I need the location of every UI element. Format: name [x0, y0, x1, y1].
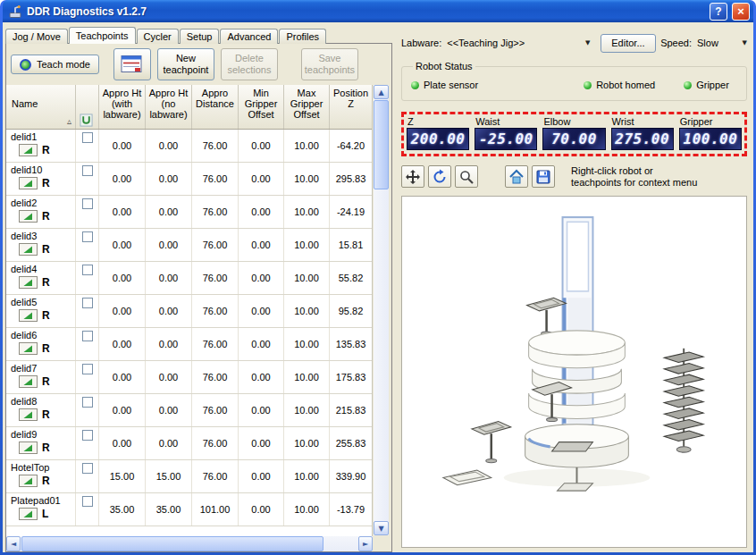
row-checkbox[interactable]: [82, 463, 93, 474]
cell-appro-distance[interactable]: 76.00: [192, 295, 239, 327]
cell-appro-ht-no[interactable]: 0.00: [146, 196, 192, 228]
column-header-min-gripper-offset[interactable]: Min Gripper Offset: [239, 85, 284, 129]
teachpoint-icon[interactable]: [19, 309, 38, 322]
cell-min-gripper-offset[interactable]: 0.00: [239, 229, 284, 261]
table-row[interactable]: HotelTop R 15.00 15.00 76.00 0.00 10.00 …: [6, 460, 372, 493]
cell-appro-distance[interactable]: 76.00: [192, 361, 239, 393]
tab-teachpoints[interactable]: Teachpoints: [69, 27, 136, 44]
tab-jog-move[interactable]: Jog / Move: [5, 29, 68, 44]
cell-appro-ht-with[interactable]: 0.00: [99, 328, 146, 360]
cell-appro-ht-no[interactable]: 0.00: [146, 163, 192, 195]
table-row[interactable]: delid2 R 0.00 0.00 76.00 0.00 10.00 -24.…: [6, 196, 372, 229]
teachpoint-icon[interactable]: [19, 177, 38, 189]
cell-appro-ht-with[interactable]: 0.00: [99, 262, 146, 294]
speed-select[interactable]: Slow ▼: [697, 38, 747, 48]
vertical-scroll-thumb[interactable]: [374, 100, 389, 189]
teachpoint-icon[interactable]: [19, 441, 38, 454]
close-button[interactable]: ×: [732, 3, 750, 21]
cell-appro-distance[interactable]: 76.00: [192, 328, 239, 360]
cell-appro-distance[interactable]: 76.00: [192, 130, 239, 162]
cell-min-gripper-offset[interactable]: 0.00: [239, 361, 284, 393]
cell-position-z[interactable]: 95.82: [330, 295, 372, 327]
tab-setup[interactable]: Setup: [180, 29, 220, 44]
column-header-gripper[interactable]: [76, 85, 99, 129]
teachpoint-icon[interactable]: [19, 144, 38, 156]
home-button[interactable]: [505, 165, 528, 188]
row-checkbox[interactable]: [82, 165, 93, 176]
table-row[interactable]: delid8 R 0.00 0.00 76.00 0.00 10.00 215.…: [6, 394, 372, 427]
teachpoint-icon[interactable]: [19, 342, 38, 355]
teachpoint-icon[interactable]: [19, 276, 38, 289]
scroll-down-arrow[interactable]: ▼: [374, 521, 389, 535]
table-row[interactable]: delid5 R 0.00 0.00 76.00 0.00 10.00 95.8…: [6, 295, 372, 328]
cell-position-z[interactable]: 295.83: [330, 163, 372, 195]
cell-max-gripper-offset[interactable]: 10.00: [284, 295, 330, 327]
cell-min-gripper-offset[interactable]: 0.00: [239, 394, 284, 426]
cell-min-gripper-offset[interactable]: 0.00: [239, 427, 284, 459]
table-row[interactable]: delid10 R 0.00 0.00 76.00 0.00 10.00 295…: [6, 163, 372, 196]
cell-appro-ht-no[interactable]: 0.00: [146, 361, 192, 393]
row-checkbox[interactable]: [82, 397, 93, 408]
row-checkbox[interactable]: [82, 430, 93, 441]
cell-position-z[interactable]: -24.19: [330, 196, 372, 228]
row-checkbox[interactable]: [82, 198, 93, 209]
teachpoint-icon[interactable]: [19, 243, 38, 256]
pan-button[interactable]: [401, 165, 424, 188]
row-checkbox[interactable]: [82, 364, 93, 374]
cell-appro-ht-no[interactable]: 15.00: [146, 460, 192, 492]
labware-select[interactable]: <<Teaching Jig>> ▼: [447, 38, 590, 48]
teachpoint-icon[interactable]: [19, 475, 38, 487]
cell-position-z[interactable]: 255.83: [330, 427, 372, 459]
cell-max-gripper-offset[interactable]: 10.00: [284, 262, 330, 294]
cell-max-gripper-offset[interactable]: 10.00: [284, 229, 330, 261]
cell-appro-ht-no[interactable]: 0.00: [146, 328, 192, 360]
table-row[interactable]: Platepad01 L 35.00 35.00 101.00 0.00 10.…: [6, 493, 372, 526]
column-header-name[interactable]: Name ▵: [6, 85, 76, 129]
teachpoint-icon[interactable]: [19, 375, 38, 388]
cell-position-z[interactable]: 175.83: [330, 361, 372, 393]
cell-appro-distance[interactable]: 101.00: [192, 493, 239, 526]
table-row[interactable]: delid3 R 0.00 0.00 76.00 0.00 10.00 15.8…: [6, 229, 372, 262]
cell-appro-distance[interactable]: 76.00: [192, 196, 239, 228]
cell-position-z[interactable]: 215.83: [330, 394, 372, 426]
cell-position-z[interactable]: 15.81: [330, 229, 372, 261]
cell-appro-ht-with[interactable]: 0.00: [99, 229, 146, 261]
cell-appro-distance[interactable]: 76.00: [192, 163, 239, 195]
cell-appro-ht-with[interactable]: 0.00: [99, 130, 146, 162]
cell-min-gripper-offset[interactable]: 0.00: [239, 262, 284, 294]
cell-max-gripper-offset[interactable]: 10.00: [284, 460, 330, 492]
cell-max-gripper-offset[interactable]: 10.00: [284, 493, 330, 526]
cell-appro-distance[interactable]: 76.00: [192, 394, 239, 426]
cell-appro-distance[interactable]: 76.00: [192, 262, 239, 294]
teachpoint-icon[interactable]: [19, 210, 38, 223]
column-header-position-z[interactable]: Position Z: [330, 85, 373, 129]
cell-min-gripper-offset[interactable]: 0.00: [239, 130, 284, 162]
cell-min-gripper-offset[interactable]: 0.00: [239, 196, 284, 228]
cell-position-z[interactable]: -13.79: [330, 493, 372, 526]
save-teachpoints-button[interactable]: Save teachpoints: [301, 48, 358, 80]
cell-max-gripper-offset[interactable]: 10.00: [284, 427, 330, 459]
cell-appro-ht-with[interactable]: 0.00: [99, 361, 146, 393]
vertical-scrollbar[interactable]: ▲ ▼: [374, 85, 389, 535]
delete-selections-button[interactable]: Delete selections: [221, 48, 278, 80]
cell-appro-ht-no[interactable]: 0.00: [146, 394, 192, 426]
cell-max-gripper-offset[interactable]: 10.00: [284, 196, 330, 228]
cell-appro-ht-with[interactable]: 35.00: [99, 493, 146, 526]
cell-appro-ht-no[interactable]: 0.00: [146, 130, 192, 162]
robot-3d-view[interactable]: [401, 196, 747, 548]
cell-appro-ht-no[interactable]: 0.00: [146, 427, 192, 459]
cell-position-z[interactable]: 135.83: [330, 328, 372, 360]
row-checkbox[interactable]: [82, 331, 93, 341]
cell-position-z[interactable]: 339.90: [330, 460, 372, 492]
cell-max-gripper-offset[interactable]: 10.00: [284, 328, 330, 360]
column-header-appro-ht-with[interactable]: Appro Ht (with labware): [99, 85, 146, 129]
teachpoint-icon[interactable]: [19, 408, 38, 421]
teachpoint-icon[interactable]: [19, 508, 38, 520]
tab-cycler[interactable]: Cycler: [137, 29, 179, 44]
table-row[interactable]: delid9 R 0.00 0.00 76.00 0.00 10.00 255.…: [6, 427, 372, 460]
teachpoint-form-button[interactable]: [113, 48, 151, 80]
cell-appro-ht-no[interactable]: 0.00: [146, 262, 192, 294]
horizontal-scrollbar[interactable]: ◄ ►: [6, 536, 373, 551]
cell-min-gripper-offset[interactable]: 0.00: [239, 163, 284, 195]
column-header-max-gripper-offset[interactable]: Max Gripper Offset: [284, 85, 330, 129]
